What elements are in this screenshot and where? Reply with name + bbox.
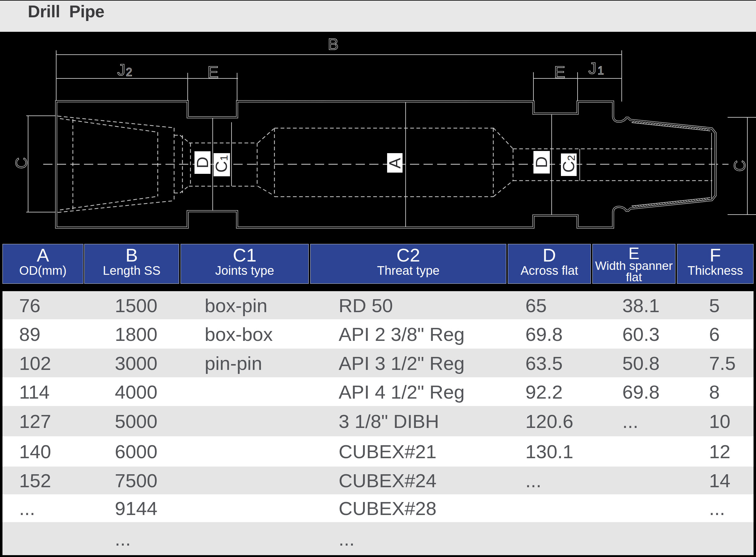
svg-text:C: C [731,160,749,172]
svg-text:J: J [117,61,125,79]
svg-text:2: 2 [565,155,577,161]
svg-text:D: D [193,156,211,168]
svg-text:B: B [328,35,339,53]
svg-text:A: A [386,158,404,169]
svg-text:C: C [12,157,30,169]
svg-text:C: C [212,161,230,173]
svg-text:1: 1 [218,155,230,161]
svg-text:D: D [533,156,550,168]
svg-text:J: J [588,59,596,77]
svg-text:C: C [560,161,578,173]
svg-text:E: E [554,63,565,81]
svg-text:2: 2 [126,66,132,79]
svg-text:E: E [207,63,218,81]
svg-text:1: 1 [598,64,604,77]
